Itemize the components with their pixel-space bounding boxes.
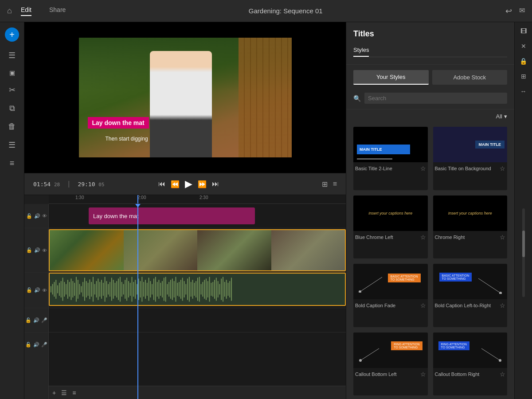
list-icon[interactable]: ☰ bbox=[8, 140, 16, 150]
adobe-stock-button[interactable]: Adobe Stock bbox=[432, 70, 508, 85]
eye-icon-1[interactable]: 👁 bbox=[42, 213, 47, 219]
skip-end-button[interactable]: ⏭ bbox=[212, 180, 219, 188]
search-icon: 🔍 bbox=[353, 95, 361, 102]
scrollbar-thumb[interactable] bbox=[522, 231, 525, 257]
media-icon[interactable]: ☰ bbox=[8, 51, 16, 60]
eye-icon-2[interactable]: 👁 bbox=[42, 248, 47, 253]
star-icon-bold-caption-lr[interactable]: ☆ bbox=[500, 302, 505, 309]
undo-icon[interactable]: ↩ bbox=[505, 6, 512, 16]
star-icon-callout-bl[interactable]: ☆ bbox=[420, 371, 426, 378]
delete-icon[interactable]: 🗑 bbox=[8, 122, 16, 131]
card-blue-chrome-right[interactable]: Insert your captions here Chrome Right ☆ bbox=[433, 196, 508, 259]
svg-rect-49 bbox=[132, 277, 133, 302]
skip-start-button[interactable]: ⏮ bbox=[158, 180, 165, 188]
card-label-callout-br: Callout Bottom Right ☆ bbox=[433, 368, 508, 379]
svg-rect-76 bbox=[177, 283, 178, 296]
titles-panel-icon[interactable]: 🎞 bbox=[520, 27, 527, 35]
star-icon-blue-chrome-left[interactable]: ☆ bbox=[420, 234, 426, 241]
card-basic-2line[interactable]: MAIN TITLE Basic Title 2-Line ☆ bbox=[353, 127, 428, 190]
menu-icon[interactable]: ≡ bbox=[333, 180, 337, 188]
card-blue-chrome-left[interactable]: Insert your captions here Blue Chrome Le… bbox=[353, 196, 428, 259]
effects-icon[interactable]: ▣ bbox=[9, 69, 15, 76]
add-track-icon[interactable]: + bbox=[52, 389, 56, 396]
duplicate-icon[interactable]: ⧉ bbox=[9, 104, 15, 113]
svg-rect-47 bbox=[128, 281, 129, 297]
lock-icon-3[interactable]: 🔓 bbox=[26, 287, 32, 293]
mic-icon-1[interactable]: 🎤 bbox=[41, 317, 47, 323]
cut-icon[interactable]: ✂ bbox=[9, 85, 16, 95]
svg-rect-51 bbox=[135, 280, 136, 299]
audio-icon-1[interactable]: 🔊 bbox=[34, 213, 40, 219]
audio-icon-5[interactable]: 🔊 bbox=[33, 342, 39, 348]
home-icon[interactable]: ⌂ bbox=[7, 6, 12, 16]
video-clip[interactable] bbox=[49, 229, 346, 271]
card-basic-on-bg[interactable]: MAIN TITLE Basic Title on Background ☆ bbox=[433, 127, 508, 190]
preview-video: Lay down the mat Then start digging bbox=[79, 38, 292, 157]
resize-panel-icon[interactable]: ↔ bbox=[520, 88, 527, 95]
grid-panel-icon[interactable]: ⊞ bbox=[521, 73, 526, 80]
tab-styles[interactable]: Styles bbox=[353, 44, 369, 57]
eye-icon-3[interactable]: 👁 bbox=[42, 288, 47, 293]
svg-rect-37 bbox=[111, 278, 112, 301]
scrollbar[interactable] bbox=[522, 208, 525, 297]
svg-rect-69 bbox=[165, 277, 166, 302]
lock-panel-icon[interactable]: 🔒 bbox=[520, 58, 527, 65]
svg-point-116 bbox=[499, 359, 501, 362]
mic-icon-2[interactable]: 🎤 bbox=[41, 342, 47, 348]
tab-share[interactable]: Share bbox=[49, 6, 66, 16]
style-source-toggle: Your Styles Adobe Stock bbox=[346, 65, 514, 90]
step-back-button[interactable]: ⏪ bbox=[171, 180, 180, 188]
star-icon-basic-on-bg[interactable]: ☆ bbox=[500, 165, 505, 172]
lock-icon-2[interactable]: 🔓 bbox=[26, 247, 32, 253]
step-forward-button[interactable]: ⏩ bbox=[198, 180, 207, 188]
layout-icon[interactable]: ⊞ bbox=[322, 180, 328, 188]
tab-edit[interactable]: Edit bbox=[21, 6, 31, 16]
sequence-icon[interactable]: ≡ bbox=[72, 389, 76, 396]
svg-rect-34 bbox=[106, 281, 107, 297]
audio-icon-3[interactable]: 🔊 bbox=[34, 287, 40, 293]
lock-icon-4[interactable]: 🔓 bbox=[25, 317, 31, 323]
svg-rect-36 bbox=[110, 282, 110, 297]
svg-rect-32 bbox=[103, 283, 104, 296]
effects-panel-icon[interactable]: ✕ bbox=[521, 43, 526, 50]
svg-rect-71 bbox=[168, 282, 169, 297]
svg-rect-39 bbox=[115, 283, 116, 296]
caption-preview-left: Insert your captions here bbox=[368, 211, 412, 215]
svg-rect-81 bbox=[185, 284, 186, 295]
card-callout-bl[interactable]: RING ATTENTIONTO SOMETHING Callout Botto… bbox=[353, 332, 428, 396]
card-thumb-blue-chrome-right: Insert your captions here bbox=[433, 196, 508, 231]
svg-rect-98 bbox=[214, 280, 215, 299]
svg-rect-3 bbox=[54, 282, 55, 297]
callout-box-br: RING ATTENTIONTO SOMETHING bbox=[438, 341, 469, 350]
filter-row: All ▾ bbox=[346, 110, 514, 123]
ruler-mark-3: 2:30 bbox=[200, 195, 208, 200]
current-timecode: 01:54 28 bbox=[33, 181, 60, 188]
card-callout-br[interactable]: RING ATTENTIONTO SOMETHING Callout Botto… bbox=[433, 332, 508, 396]
svg-rect-55 bbox=[141, 277, 142, 302]
star-icon-callout-br[interactable]: ☆ bbox=[500, 371, 505, 378]
comment-icon[interactable]: ✉ bbox=[519, 6, 525, 16]
lock-icon-5[interactable]: 🔓 bbox=[25, 342, 31, 348]
svg-rect-8 bbox=[63, 278, 63, 301]
audio-clip[interactable] bbox=[49, 273, 346, 306]
star-icon-basic-2line[interactable]: ☆ bbox=[420, 165, 426, 172]
ruler-mark-2: 2:00 bbox=[137, 195, 146, 200]
playhead[interactable] bbox=[137, 204, 138, 399]
play-button[interactable]: ▶ bbox=[185, 178, 192, 190]
svg-line-115 bbox=[481, 348, 500, 360]
add-button[interactable]: + bbox=[5, 27, 19, 42]
svg-rect-57 bbox=[145, 280, 146, 299]
audio-icon-4[interactable]: 🔊 bbox=[33, 317, 39, 323]
card-bold-caption-lr[interactable]: BASIC ATTENTIONTO SOMETHING Bold Caption… bbox=[433, 264, 508, 327]
settings-icon[interactable]: ≡ bbox=[10, 159, 15, 168]
title-clip[interactable]: Lay down the mat bbox=[89, 207, 255, 224]
star-icon-bold-caption-fade[interactable]: ☆ bbox=[420, 302, 426, 309]
list-view-icon[interactable]: ☰ bbox=[61, 389, 67, 396]
star-icon-blue-chrome-right[interactable]: ☆ bbox=[500, 234, 505, 241]
search-input[interactable] bbox=[364, 93, 507, 104]
lock-icon-1[interactable]: 🔓 bbox=[26, 213, 32, 219]
card-bold-caption-fade[interactable]: BASIC ATTENTIONTO SOMETHING Bold Caption… bbox=[353, 264, 428, 327]
filter-dropdown[interactable]: All ▾ bbox=[496, 113, 507, 120]
your-styles-button[interactable]: Your Styles bbox=[353, 70, 429, 85]
audio-icon-2[interactable]: 🔊 bbox=[34, 247, 40, 253]
